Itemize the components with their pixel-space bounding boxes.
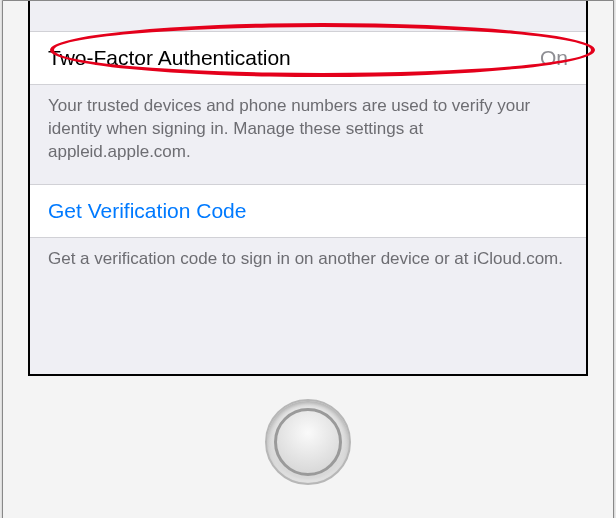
settings-screen: Two-Factor Authentication On Your truste…	[28, 1, 588, 376]
get-verification-code-row[interactable]: Get Verification Code	[30, 184, 586, 238]
two-factor-value: On	[540, 46, 568, 70]
two-factor-label: Two-Factor Authentication	[48, 46, 291, 70]
verification-code-footer: Get a verification code to sign in on an…	[30, 238, 586, 291]
home-button[interactable]	[265, 399, 351, 485]
get-verification-code-label: Get Verification Code	[48, 199, 246, 223]
phone-frame: Two-Factor Authentication On Your truste…	[2, 0, 614, 518]
two-factor-footer: Your trusted devices and phone numbers a…	[30, 85, 586, 184]
two-factor-auth-row[interactable]: Two-Factor Authentication On	[30, 31, 586, 85]
